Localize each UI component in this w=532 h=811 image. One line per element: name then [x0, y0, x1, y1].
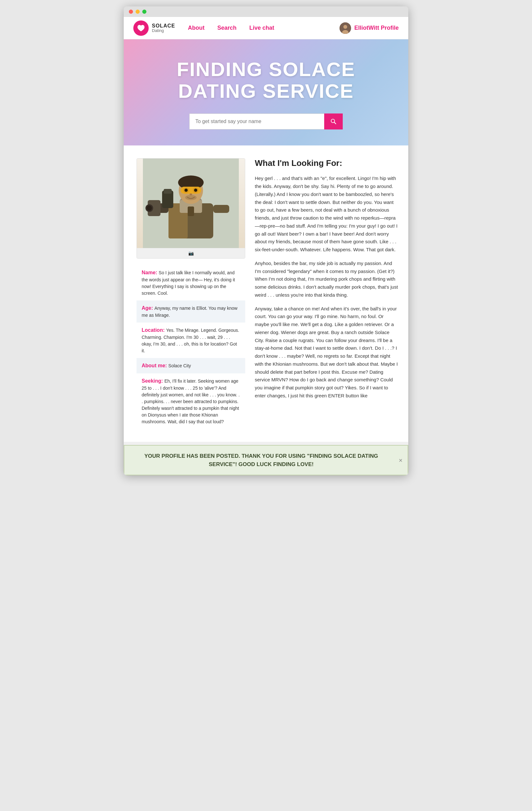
hero-title-line1: FINDING SOLACE [133, 59, 399, 80]
logo-name: SOLACE [152, 23, 175, 29]
location-field: Location: Yes. The Mirage. Legend. Gorge… [137, 323, 245, 358]
user-avatar [339, 22, 351, 34]
about-section-body: Hey gerl . . . and that's with an "e", f… [255, 174, 399, 400]
svg-rect-23 [213, 205, 229, 213]
main-content: 📷 Name: So I just talk like I normally w… [124, 146, 408, 442]
about-me-value: Solace City [168, 363, 191, 368]
svg-point-15 [184, 188, 188, 192]
nav-links: About Search Live chat [188, 25, 339, 31]
seeking-value: Eh, I'll fix it later. Seeking women age… [142, 379, 240, 424]
logo-text: SOLACE Dating [152, 23, 175, 33]
profile-image [137, 158, 245, 248]
name-field: Name: So I just talk like I normally wou… [137, 265, 245, 301]
svg-line-4 [334, 122, 336, 124]
search-button[interactable] [324, 113, 343, 129]
hero-title: FINDING SOLACE DATING SERVICE [133, 59, 399, 102]
about-me-label: About me: [142, 363, 168, 368]
svg-point-1 [344, 25, 347, 29]
minimize-button[interactable] [136, 10, 140, 14]
profile-fields: Name: So I just talk like I normally wou… [137, 265, 245, 429]
logo-area[interactable]: SOLACE Dating [133, 20, 175, 36]
navbar: SOLACE Dating About Search Live chat Ell… [124, 17, 408, 39]
svg-point-18 [185, 195, 197, 200]
about-paragraph-3: Anyway, take a chance on me! And when it… [255, 305, 399, 400]
about-paragraph-2: Anyhoo, besides the bar, my side job is … [255, 260, 399, 299]
image-caption: 📷 [137, 248, 245, 258]
right-column: What I'm Looking For: Hey gerl . . . and… [255, 158, 399, 429]
svg-rect-26 [188, 206, 194, 216]
svg-rect-25 [164, 189, 172, 194]
app-window: SOLACE Dating About Search Live chat Ell… [124, 6, 408, 475]
seeking-label: Seeking: [142, 378, 164, 384]
avatar-image [339, 22, 351, 34]
about-me-field: About me: Solace City [137, 358, 245, 373]
profile-image-box: 📷 [137, 158, 245, 259]
nav-search[interactable]: Search [217, 25, 237, 31]
search-bar [189, 113, 343, 129]
age-value: Anyway, my name is Elliot. You may know … [142, 306, 238, 318]
hero-section: FINDING SOLACE DATING SERVICE [124, 39, 408, 146]
age-label: Age: [142, 305, 154, 311]
age-field: Age: Anyway, my name is Elliot. You may … [137, 301, 245, 323]
character-illustration [137, 158, 245, 248]
maximize-button[interactable] [142, 10, 147, 14]
window-titlebar [124, 6, 408, 17]
footer-banner-text: YOUR PROFILE HAS BEEN POSTED. THANK YOU … [131, 452, 392, 468]
svg-point-16 [194, 188, 197, 192]
seeking-field: Seeking: Eh, I'll fix it later. Seeking … [137, 373, 245, 429]
nav-right: ElliotWitt Profile [339, 22, 399, 34]
nav-live-chat[interactable]: Live chat [249, 25, 274, 31]
footer-banner: YOUR PROFILE HAS BEEN POSTED. THANK YOU … [124, 445, 408, 475]
profile-link[interactable]: ElliotWitt Profile [354, 25, 399, 31]
location-label: Location: [142, 327, 166, 333]
name-label: Name: [142, 270, 158, 275]
search-input[interactable] [189, 113, 324, 129]
close-banner-button[interactable]: × [399, 457, 402, 464]
close-button[interactable] [129, 10, 133, 14]
about-paragraph-1: Hey gerl . . . and that's with an "e", f… [255, 174, 399, 254]
left-column: 📷 Name: So I just talk like I normally w… [137, 158, 245, 429]
nav-about[interactable]: About [188, 25, 204, 31]
search-icon [330, 118, 337, 125]
hero-title-line2: DATING SERVICE [133, 80, 399, 102]
logo-sub: Dating [152, 28, 175, 33]
camera-icon: 📷 [188, 250, 194, 256]
about-section-title: What I'm Looking For: [255, 158, 399, 168]
logo-icon [133, 20, 149, 36]
svg-point-22 [147, 205, 152, 211]
